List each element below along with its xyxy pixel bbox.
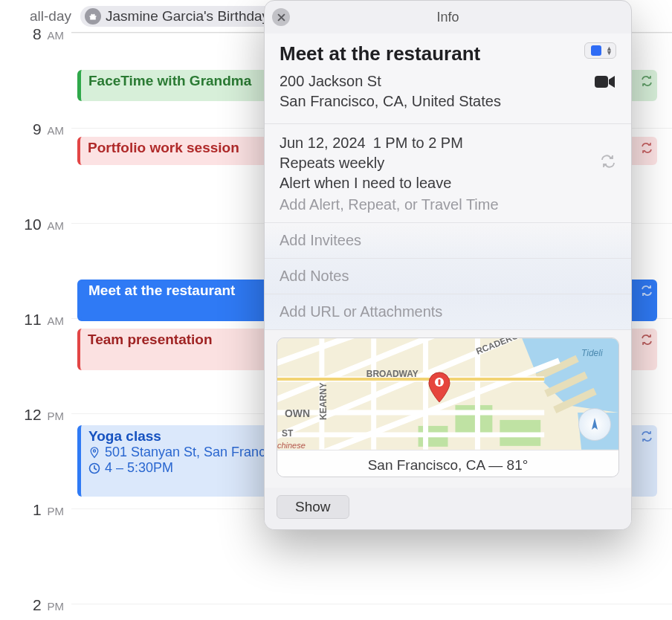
event-title: Portfolio work session bbox=[88, 140, 239, 155]
date-time-field[interactable]: Jun 12, 2024 1 PM to 2 PM bbox=[280, 135, 616, 152]
calendar-color-swatch bbox=[591, 45, 601, 56]
svg-rect-30 bbox=[439, 379, 441, 385]
repeat-icon bbox=[641, 141, 653, 158]
svg-rect-7 bbox=[455, 405, 492, 435]
event-info-popover: Info Meet at the restaurant ▲▼ 200 Jacks… bbox=[264, 0, 632, 530]
svg-text:chinese: chinese bbox=[277, 441, 306, 450]
map-pin-icon bbox=[426, 371, 453, 404]
svg-text:BROADWAY: BROADWAY bbox=[366, 369, 419, 379]
hour-label: 9 AM bbox=[0, 120, 71, 138]
stepper-icon: ▲▼ bbox=[606, 46, 613, 55]
close-button[interactable] bbox=[272, 8, 290, 26]
add-alert-button[interactable]: Add Alert, Repeat, or Travel Time bbox=[280, 196, 616, 213]
svg-text:OWN: OWN bbox=[285, 407, 310, 419]
add-notes-field[interactable]: Add Notes bbox=[265, 259, 631, 294]
location-pin-icon bbox=[88, 447, 100, 459]
repeat-icon bbox=[641, 284, 653, 300]
birthday-event-title: Jasmine Garcia's Birthday bbox=[106, 8, 269, 25]
hour-label: 11 AM bbox=[0, 311, 71, 329]
repeat-icon bbox=[641, 333, 653, 349]
repeat-icon bbox=[600, 155, 616, 172]
svg-point-0 bbox=[93, 450, 95, 452]
hour-label: 1 PM bbox=[0, 501, 71, 519]
clock-icon bbox=[88, 462, 100, 474]
all-day-label: all-day bbox=[22, 8, 71, 25]
event-title-field[interactable]: Meet at the restaurant bbox=[280, 42, 584, 65]
calendar-picker[interactable]: ▲▼ bbox=[584, 42, 616, 59]
weather-bar: San Francisco, CA — 81° bbox=[277, 450, 618, 477]
event-title: FaceTime with Grandma bbox=[88, 73, 251, 88]
svg-text:KEARNY: KEARNY bbox=[318, 382, 329, 420]
map-section: BROADWAY KEARNY OWN ST chinese RCADERO T… bbox=[265, 330, 631, 488]
location-arrow-icon bbox=[587, 416, 603, 433]
popover-header: Info bbox=[265, 1, 631, 33]
close-icon bbox=[277, 13, 285, 22]
hour-label: 2 PM bbox=[0, 596, 71, 614]
repeat-field[interactable]: Repeats weekly bbox=[280, 155, 616, 172]
alert-field[interactable]: Alert when I need to leave bbox=[280, 175, 616, 192]
hour-row: 2 PM bbox=[0, 604, 672, 620]
svg-text:ST: ST bbox=[282, 428, 294, 439]
event-title: Team presentation bbox=[88, 332, 213, 347]
add-url-field[interactable]: Add URL or Attachments bbox=[265, 294, 631, 330]
popover-title: Info bbox=[436, 10, 459, 25]
video-call-icon[interactable] bbox=[594, 74, 616, 92]
repeat-icon bbox=[641, 430, 653, 446]
hour-label: 12 PM bbox=[0, 406, 71, 424]
show-button[interactable]: Show bbox=[277, 495, 349, 519]
hour-label: 10 AM bbox=[0, 216, 71, 233]
title-section: Meet at the restaurant ▲▼ 200 Jackson St… bbox=[265, 33, 631, 124]
hour-label: 8 AM bbox=[0, 25, 71, 43]
location-field[interactable]: 200 Jackson St San Francisco, CA, United… bbox=[280, 71, 501, 112]
repeat-icon bbox=[641, 74, 653, 91]
svg-text:Tideli: Tideli bbox=[581, 348, 603, 358]
map-heading-button[interactable] bbox=[578, 408, 611, 441]
gift-icon bbox=[85, 8, 101, 25]
birthday-event-pill[interactable]: Jasmine Garcia's Birthday bbox=[80, 6, 280, 27]
add-invitees-field[interactable]: Add Invitees bbox=[265, 223, 631, 259]
event-title: Meet at the restaurant bbox=[88, 282, 235, 298]
svg-rect-2 bbox=[595, 76, 608, 88]
time-section: Jun 12, 2024 1 PM to 2 PM Repeats weekly… bbox=[265, 124, 631, 223]
show-section: Show bbox=[265, 488, 631, 529]
location-map[interactable]: BROADWAY KEARNY OWN ST chinese RCADERO T… bbox=[277, 338, 619, 477]
